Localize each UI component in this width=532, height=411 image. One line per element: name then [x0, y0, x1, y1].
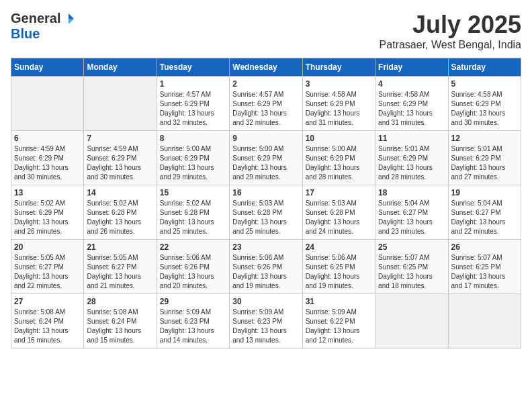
week-row-0: 1Sunrise: 4:57 AM Sunset: 6:29 PM Daylig…: [11, 77, 521, 131]
logo-general: General: [11, 11, 60, 26]
calendar-body: 1Sunrise: 4:57 AM Sunset: 6:29 PM Daylig…: [11, 77, 521, 349]
day-number: 17: [306, 188, 372, 197]
logo-icon: [62, 12, 75, 26]
table-row: 11Sunrise: 5:01 AM Sunset: 6:29 PM Dayli…: [375, 131, 448, 185]
day-info: Sunrise: 5:05 AM Sunset: 6:27 PM Dayligh…: [87, 253, 153, 291]
day-number: 25: [378, 242, 445, 252]
day-number: 28: [87, 297, 153, 306]
day-number: 12: [451, 134, 518, 143]
day-info: Sunrise: 5:07 AM Sunset: 6:25 PM Dayligh…: [451, 253, 518, 291]
month-title: July 2025: [380, 11, 521, 39]
table-row: 27Sunrise: 5:08 AM Sunset: 6:24 PM Dayli…: [11, 294, 84, 349]
table-row: 2Sunrise: 4:57 AM Sunset: 6:29 PM Daylig…: [230, 77, 302, 131]
day-number: 18: [378, 188, 445, 197]
table-row: 22Sunrise: 5:06 AM Sunset: 6:26 PM Dayli…: [157, 240, 229, 294]
page-header: General Blue July 2025 Patrasaer, West B…: [11, 11, 521, 51]
day-number: 9: [232, 134, 299, 143]
day-number: 13: [14, 188, 81, 197]
col-monday: Monday: [84, 58, 157, 77]
table-row: 25Sunrise: 5:07 AM Sunset: 6:25 PM Dayli…: [375, 240, 448, 294]
day-number: 22: [160, 242, 226, 252]
week-row-2: 13Sunrise: 5:02 AM Sunset: 6:29 PM Dayli…: [11, 185, 521, 240]
col-saturday: Saturday: [448, 58, 521, 77]
table-row: 3Sunrise: 4:58 AM Sunset: 6:29 PM Daylig…: [302, 77, 375, 131]
day-number: 20: [14, 242, 81, 252]
table-row: 4Sunrise: 4:58 AM Sunset: 6:29 PM Daylig…: [375, 77, 448, 131]
day-info: Sunrise: 5:09 AM Sunset: 6:23 PM Dayligh…: [232, 308, 299, 345]
table-row: 30Sunrise: 5:09 AM Sunset: 6:23 PM Dayli…: [230, 294, 302, 349]
col-friday: Friday: [375, 58, 448, 77]
day-info: Sunrise: 5:03 AM Sunset: 6:28 PM Dayligh…: [306, 199, 372, 236]
table-row: 18Sunrise: 5:04 AM Sunset: 6:27 PM Dayli…: [375, 185, 448, 240]
logo: General Blue: [11, 11, 75, 42]
table-row: 5Sunrise: 4:58 AM Sunset: 6:29 PM Daylig…: [448, 77, 521, 131]
day-info: Sunrise: 5:06 AM Sunset: 6:26 PM Dayligh…: [232, 253, 299, 291]
svg-marker-1: [69, 19, 74, 24]
table-row: 9Sunrise: 5:00 AM Sunset: 6:29 PM Daylig…: [230, 131, 302, 185]
calendar-table: Sunday Monday Tuesday Wednesday Thursday…: [11, 58, 521, 349]
header-row: Sunday Monday Tuesday Wednesday Thursday…: [11, 58, 521, 77]
table-row: [375, 294, 448, 349]
svg-marker-0: [69, 13, 74, 19]
day-number: 29: [160, 297, 226, 306]
day-number: 6: [14, 134, 81, 143]
table-row: 28Sunrise: 5:08 AM Sunset: 6:24 PM Dayli…: [84, 294, 157, 349]
day-number: 4: [378, 79, 445, 89]
day-number: 5: [451, 79, 518, 89]
table-row: 31Sunrise: 5:09 AM Sunset: 6:22 PM Dayli…: [302, 294, 375, 349]
day-number: 15: [160, 188, 226, 197]
table-row: 13Sunrise: 5:02 AM Sunset: 6:29 PM Dayli…: [11, 185, 84, 240]
table-row: 6Sunrise: 4:59 AM Sunset: 6:29 PM Daylig…: [11, 131, 84, 185]
table-row: 10Sunrise: 5:00 AM Sunset: 6:29 PM Dayli…: [302, 131, 375, 185]
day-number: 3: [306, 79, 372, 89]
day-info: Sunrise: 4:58 AM Sunset: 6:29 PM Dayligh…: [306, 90, 372, 128]
day-info: Sunrise: 5:02 AM Sunset: 6:29 PM Dayligh…: [14, 199, 81, 236]
day-info: Sunrise: 4:59 AM Sunset: 6:29 PM Dayligh…: [14, 144, 81, 182]
day-info: Sunrise: 5:07 AM Sunset: 6:25 PM Dayligh…: [378, 253, 445, 291]
day-info: Sunrise: 4:57 AM Sunset: 6:29 PM Dayligh…: [232, 90, 299, 128]
table-row: 26Sunrise: 5:07 AM Sunset: 6:25 PM Dayli…: [448, 240, 521, 294]
table-row: [11, 77, 84, 131]
day-number: 30: [232, 297, 299, 306]
col-thursday: Thursday: [302, 58, 375, 77]
col-wednesday: Wednesday: [230, 58, 302, 77]
day-number: 26: [451, 242, 518, 252]
week-row-1: 6Sunrise: 4:59 AM Sunset: 6:29 PM Daylig…: [11, 131, 521, 185]
col-sunday: Sunday: [11, 58, 84, 77]
day-info: Sunrise: 5:08 AM Sunset: 6:24 PM Dayligh…: [87, 308, 153, 345]
day-info: Sunrise: 5:00 AM Sunset: 6:29 PM Dayligh…: [160, 144, 226, 182]
day-number: 2: [232, 79, 299, 89]
day-number: 8: [160, 134, 226, 143]
day-info: Sunrise: 5:01 AM Sunset: 6:29 PM Dayligh…: [451, 144, 518, 182]
table-row: 19Sunrise: 5:04 AM Sunset: 6:27 PM Dayli…: [448, 185, 521, 240]
day-info: Sunrise: 5:00 AM Sunset: 6:29 PM Dayligh…: [232, 144, 299, 182]
table-row: 16Sunrise: 5:03 AM Sunset: 6:28 PM Dayli…: [230, 185, 302, 240]
day-info: Sunrise: 4:58 AM Sunset: 6:29 PM Dayligh…: [451, 90, 518, 128]
table-row: 14Sunrise: 5:02 AM Sunset: 6:28 PM Dayli…: [84, 185, 157, 240]
day-info: Sunrise: 5:02 AM Sunset: 6:28 PM Dayligh…: [87, 199, 153, 236]
table-row: 12Sunrise: 5:01 AM Sunset: 6:29 PM Dayli…: [448, 131, 521, 185]
table-row: [84, 77, 157, 131]
table-row: 21Sunrise: 5:05 AM Sunset: 6:27 PM Dayli…: [84, 240, 157, 294]
table-row: 15Sunrise: 5:02 AM Sunset: 6:28 PM Dayli…: [157, 185, 229, 240]
table-row: 20Sunrise: 5:05 AM Sunset: 6:27 PM Dayli…: [11, 240, 84, 294]
col-tuesday: Tuesday: [157, 58, 229, 77]
day-number: 31: [306, 297, 372, 306]
day-number: 11: [378, 134, 445, 143]
day-info: Sunrise: 4:59 AM Sunset: 6:29 PM Dayligh…: [87, 144, 153, 182]
day-info: Sunrise: 5:04 AM Sunset: 6:27 PM Dayligh…: [451, 199, 518, 236]
location: Patrasaer, West Bengal, India: [380, 39, 521, 51]
logo-blue: Blue: [11, 26, 40, 41]
day-info: Sunrise: 5:06 AM Sunset: 6:25 PM Dayligh…: [306, 253, 372, 291]
table-row: [448, 294, 521, 349]
title-block: July 2025 Patrasaer, West Bengal, India: [380, 11, 521, 51]
day-number: 14: [87, 188, 153, 197]
day-number: 16: [232, 188, 299, 197]
day-info: Sunrise: 4:57 AM Sunset: 6:29 PM Dayligh…: [160, 90, 226, 128]
calendar-header: Sunday Monday Tuesday Wednesday Thursday…: [11, 58, 521, 77]
day-info: Sunrise: 5:06 AM Sunset: 6:26 PM Dayligh…: [160, 253, 226, 291]
day-number: 7: [87, 134, 153, 143]
day-info: Sunrise: 5:09 AM Sunset: 6:23 PM Dayligh…: [160, 308, 226, 345]
table-row: 8Sunrise: 5:00 AM Sunset: 6:29 PM Daylig…: [157, 131, 229, 185]
day-info: Sunrise: 5:05 AM Sunset: 6:27 PM Dayligh…: [14, 253, 81, 291]
